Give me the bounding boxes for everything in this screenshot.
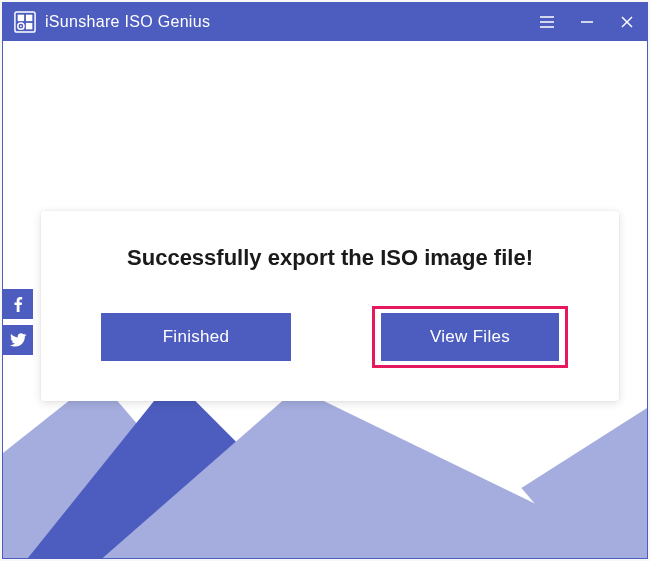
minimize-button[interactable] <box>577 12 597 32</box>
twitter-button[interactable] <box>3 325 33 355</box>
result-message: Successfully export the ISO image file! <box>91 245 569 271</box>
finished-button[interactable]: Finished <box>101 313 291 361</box>
facebook-icon <box>10 296 26 312</box>
svg-rect-2 <box>26 15 32 21</box>
app-logo-icon <box>13 10 37 34</box>
svg-rect-1 <box>18 15 24 21</box>
close-button[interactable] <box>617 12 637 32</box>
app-window: iSunshare ISO Genius <box>2 2 648 559</box>
content-area: Successfully export the ISO image file! … <box>3 41 647 558</box>
mountain-decoration <box>3 378 647 558</box>
app-title: iSunshare ISO Genius <box>45 13 210 31</box>
svg-point-4 <box>20 25 22 27</box>
view-files-button[interactable]: View Files <box>381 313 559 361</box>
titlebar: iSunshare ISO Genius <box>3 3 647 41</box>
result-card: Successfully export the ISO image file! … <box>41 211 619 401</box>
twitter-icon <box>9 331 27 349</box>
titlebar-controls <box>537 12 637 32</box>
highlight-annotation: View Files <box>372 306 568 368</box>
menu-button[interactable] <box>537 12 557 32</box>
svg-rect-5 <box>26 23 32 29</box>
button-row: Finished View Files <box>91 313 569 361</box>
facebook-button[interactable] <box>3 289 33 319</box>
titlebar-left: iSunshare ISO Genius <box>13 10 210 34</box>
social-sidebar <box>3 289 33 355</box>
